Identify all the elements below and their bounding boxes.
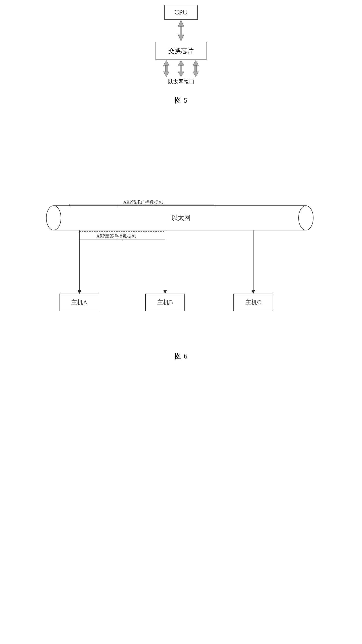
svg-text:主机A: 主机A — [71, 299, 88, 305]
fig6-diagram: 以太网 ARP请求广播数据包 ARP应答单播数据包 主机A 主机B — [40, 191, 322, 343]
svg-text:ARP请求广播数据包: ARP请求广播数据包 — [123, 200, 163, 205]
svg-marker-3 — [163, 66, 169, 77]
cpu-label: CPU — [174, 8, 188, 16]
page: CPU 交换芯片 — [0, 0, 362, 644]
svg-point-10 — [298, 206, 313, 230]
svg-marker-7 — [193, 66, 199, 77]
fig6-svg-container: 以太网 ARP请求广播数据包 ARP应答单播数据包 主机A 主机B — [40, 191, 322, 361]
svg-point-9 — [46, 206, 61, 230]
cpu-switch-arrow — [174, 20, 188, 42]
svg-text:主机C: 主机C — [246, 299, 261, 305]
svg-text:以太网: 以太网 — [172, 214, 190, 221]
switch-chip-box: 交换芯片 — [156, 42, 206, 60]
svg-text:主机B: 主机B — [157, 299, 173, 305]
svg-marker-31 — [78, 291, 81, 294]
fig6-caption: 图 6 — [40, 351, 322, 361]
ethernet-interface-label: 以太网接口 — [168, 78, 194, 86]
svg-marker-1 — [178, 26, 184, 41]
switch-chip-label: 交换芯片 — [168, 47, 194, 54]
svg-marker-27 — [252, 290, 255, 294]
figure-6: 以太网 ARP请求广播数据包 ARP应答单播数据包 主机A 主机B — [34, 191, 328, 361]
eth-arrow-3 — [190, 60, 202, 77]
fig5-caption: 图 5 — [175, 95, 188, 105]
eth-arrow-2 — [175, 60, 187, 77]
eth-arrow-1 — [160, 60, 172, 77]
cpu-box: CPU — [164, 5, 198, 20]
triple-arrows — [160, 60, 202, 77]
svg-marker-5 — [178, 66, 184, 77]
figure-5: CPU 交换芯片 — [132, 5, 230, 105]
svg-text:ARP应答单播数据包: ARP应答单播数据包 — [96, 234, 136, 238]
